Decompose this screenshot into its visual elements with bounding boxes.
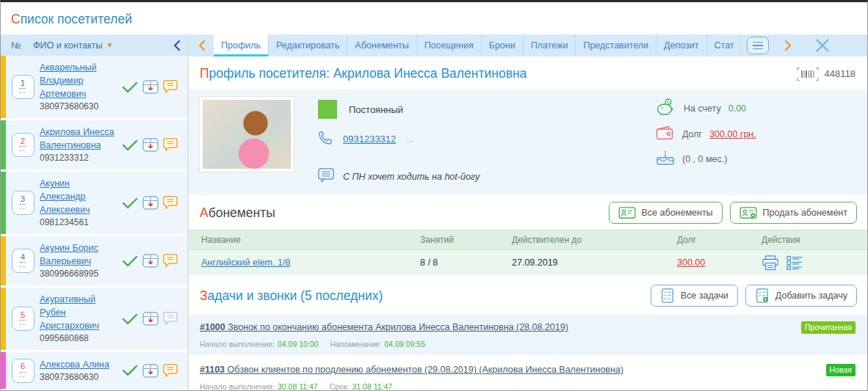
svg-text:$: $: [667, 100, 670, 106]
visitor-number-badge[interactable]: 3: [12, 191, 35, 215]
visitor-row[interactable]: 5 Акуративный Рубен Аристархович09956808…: [1, 288, 187, 350]
comment-icon[interactable]: [163, 80, 178, 94]
sort-desc-icon[interactable]: ▼: [106, 41, 113, 49]
tabs-scroll-left-button[interactable]: [189, 34, 214, 56]
tab-edit[interactable]: Редактировать: [269, 34, 347, 56]
status-stripe: [1, 288, 6, 350]
subscription-row: Английский elem. 1/8 8 / 8 27.09.2019 30…: [189, 250, 867, 275]
visitor-row[interactable]: 2 Акрилова Инесса Валентиновна0931233312: [1, 120, 187, 169]
all-tasks-button[interactable]: Все задачи: [651, 285, 738, 307]
sidebar-collapse-button[interactable]: [165, 40, 187, 51]
tab-representatives[interactable]: Представители: [576, 34, 657, 56]
visitor-row[interactable]: 1 Акварельный Владимир Артемович38097368…: [1, 56, 187, 118]
visitor-name-link[interactable]: Акрилова Инесса Валентиновна: [40, 127, 114, 150]
task-meta: Начало выполнения:30.08 11:47 Срок:31.08…: [200, 382, 856, 391]
column-header-name-sort[interactable]: ФИО и контакты▼: [33, 40, 165, 51]
comment-icon[interactable]: [163, 138, 178, 152]
comment-icon[interactable]: [163, 254, 178, 268]
archive-download-icon[interactable]: [142, 254, 159, 268]
subscriptions-section-header: Абонементы Все абонементы Продать абонем…: [189, 195, 867, 230]
tab-profile[interactable]: Профиль: [214, 34, 269, 56]
archive-download-icon[interactable]: [142, 312, 159, 326]
visitor-phone: 380996668995: [40, 268, 117, 280]
visitor-name-link[interactable]: Акварельный Владимир Артемович: [40, 62, 96, 99]
visitor-number-badge[interactable]: 1: [12, 75, 35, 99]
phone-icon: [318, 131, 333, 147]
active-check-icon: [122, 365, 138, 376]
visitor-name-link[interactable]: Акунин Александр Алексеевич: [40, 178, 90, 215]
note-icon: [318, 168, 334, 185]
id-card-icon: [618, 206, 636, 219]
tab-visits[interactable]: Посещения: [417, 34, 482, 56]
tasks-section-header: Задачи и звонки (5 последних) Все задачи…: [189, 275, 867, 313]
visitor-row[interactable]: 4 Акунин Борис Валерьевич380996668995: [1, 236, 187, 285]
task-link[interactable]: #1103 Обзвон клиентов по продлению абоне…: [200, 364, 623, 376]
page-title: Список посетителей: [1, 2, 867, 34]
tab-subscriptions[interactable]: Абонементы: [347, 34, 416, 56]
visitor-row[interactable]: 6 Алексова Алина380973680630: [1, 352, 187, 389]
visitor-name-link[interactable]: Акуративный Рубен Аристархович: [40, 294, 99, 331]
archive-download-icon[interactable]: [142, 80, 159, 94]
task-link[interactable]: #1000 Звонок по окончанию абонемента Акр…: [200, 321, 568, 333]
tab-payments[interactable]: Платежи: [524, 34, 576, 56]
debt-link[interactable]: 300.00 грн.: [709, 129, 756, 139]
archive-download-icon[interactable]: [142, 138, 159, 152]
subscription-name-link[interactable]: Английский elem. 1/8: [201, 257, 290, 268]
comment-icon[interactable]: [163, 364, 178, 378]
sell-subscription-button[interactable]: Продать абонемент: [730, 202, 857, 224]
visitor-number-badge[interactable]: 6: [12, 359, 35, 383]
visitor-name-link[interactable]: Акунин Борис Валерьевич: [40, 243, 98, 266]
tab-bookings[interactable]: Брони: [482, 34, 524, 56]
svg-text:c: c: [668, 131, 670, 136]
chevron-right-icon: [784, 40, 793, 51]
archive-download-icon[interactable]: [142, 364, 159, 378]
tabs-menu-button[interactable]: [747, 37, 769, 54]
visitor-number-badge[interactable]: 4: [12, 249, 35, 273]
visitor-name-link[interactable]: Алексова Алина: [40, 359, 109, 370]
visitor-number-badge[interactable]: 5: [12, 307, 35, 331]
task-status-badge: Прочитанная: [801, 321, 856, 334]
barcode-icon: [797, 67, 819, 81]
visitor-photo[interactable]: [200, 97, 294, 172]
profile-tabbar: Профиль Редактировать Абонементы Посещен…: [189, 34, 867, 56]
print-icon[interactable]: [762, 255, 779, 271]
visitor-profile-panel: Профиль Редактировать Абонементы Посещен…: [189, 34, 867, 390]
comment-icon[interactable]: [163, 312, 178, 326]
phone-link[interactable]: 0931233312: [343, 134, 396, 145]
tasks-title: Задачи и звонки (5 последних): [200, 288, 383, 304]
column-header-number: №: [1, 40, 33, 51]
tab-statistics[interactable]: Стат: [707, 34, 741, 56]
subscriptions-table-header: Название Занятий Действителен до Долг Де…: [189, 230, 867, 250]
all-subscriptions-button[interactable]: Все абонементы: [609, 202, 723, 224]
id-card-plus-icon: [739, 206, 757, 219]
balance-row: $ На счету 0.00: [656, 98, 756, 118]
subscription-debt-link[interactable]: 300.00: [677, 257, 705, 268]
visitor-phone: 0931233312: [40, 152, 117, 164]
status-stripe: [1, 352, 6, 389]
subscription-lessons: 8 / 8: [420, 257, 512, 268]
visitor-phone: 380973680630: [40, 371, 117, 384]
task-row: #1103 Обзвон клиентов по продлению абоне…: [189, 357, 867, 391]
close-profile-button[interactable]: [814, 37, 831, 54]
visitor-number-badge[interactable]: 2: [12, 133, 35, 157]
add-task-button[interactable]: Добавить задачу: [745, 285, 857, 307]
active-check-icon: [122, 313, 138, 325]
tab-deposit[interactable]: Депозит: [657, 34, 706, 56]
status-color-square: [318, 100, 337, 119]
details-list-icon[interactable]: [786, 255, 803, 271]
active-check-icon: [122, 197, 138, 209]
task-row: #1000 Звонок по окончанию абонемента Акр…: [189, 315, 867, 355]
comment-icon[interactable]: [163, 196, 178, 210]
balance-value: 0.00: [728, 103, 746, 114]
visitor-list: 1 Акварельный Владимир Артемович38097368…: [1, 56, 187, 390]
status-stripe: [1, 172, 6, 234]
visitor-note: С ПН хочет ходить на hot-йогу: [343, 172, 480, 182]
tabs-scroll-right-button[interactable]: [776, 34, 801, 56]
archive-download-icon[interactable]: [142, 196, 159, 210]
phone-more-link[interactable]: ...: [406, 134, 414, 145]
visitor-info-card: Постоянный 0931233312 ... С ПН хочет ход…: [189, 89, 867, 195]
visitors-sidebar: № ФИО и контакты▼ 1 Акварельный Владимир…: [1, 34, 189, 390]
visitor-row[interactable]: 3 Акунин Александр Алексеевич0981234561: [1, 172, 187, 234]
visitor-status: Постоянный: [318, 100, 564, 119]
cake-icon: [656, 150, 675, 168]
